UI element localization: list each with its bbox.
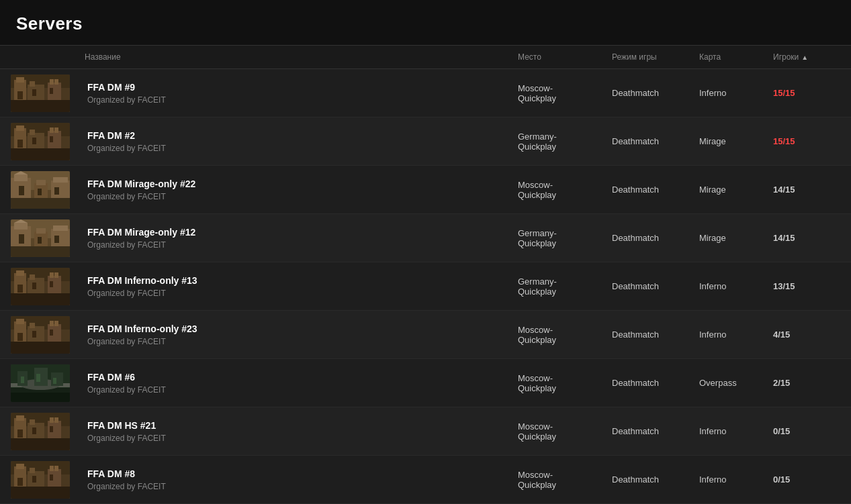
server-organizer: Organized by FACEIT bbox=[87, 337, 518, 346]
server-location: Moscow-Quickplay bbox=[518, 325, 612, 345]
server-organizer: Organized by FACEIT bbox=[87, 482, 518, 491]
svg-rect-10 bbox=[17, 91, 23, 99]
server-organizer: Organized by FACEIT bbox=[87, 240, 518, 250]
svg-rect-12 bbox=[50, 88, 53, 94]
table-row[interactable]: FFA DM Mirage-only #12 Organized by FACE… bbox=[0, 214, 851, 262]
server-name: FFA DM #8 bbox=[87, 468, 518, 479]
server-info: FFA DM #6 Organized by FACEIT bbox=[85, 372, 518, 395]
server-info: FFA DM #9 Organized by FACEIT bbox=[85, 82, 518, 105]
svg-rect-72 bbox=[50, 321, 54, 326]
server-info: FFA DM Mirage-only #22 Organized by FACE… bbox=[85, 179, 518, 201]
server-location: Germany-Quickplay bbox=[518, 132, 612, 152]
table-row[interactable]: FFA DM #9 Organized by FACEIT Moscow-Qui… bbox=[0, 69, 851, 117]
svg-rect-7 bbox=[50, 79, 54, 85]
svg-rect-45 bbox=[36, 228, 46, 234]
svg-rect-115 bbox=[50, 474, 53, 481]
server-map: Overpass bbox=[699, 378, 773, 388]
server-location: Moscow-Quickplay bbox=[518, 83, 612, 103]
svg-rect-97 bbox=[50, 417, 54, 423]
server-location: Moscow-Quickplay bbox=[518, 180, 612, 200]
server-info: FFA DM #8 Organized by FACEIT bbox=[85, 468, 518, 491]
svg-rect-24 bbox=[32, 138, 36, 144]
svg-rect-61 bbox=[11, 293, 70, 305]
server-map: Mirage bbox=[699, 185, 773, 195]
server-name: FFA DM Mirage-only #22 bbox=[87, 179, 518, 189]
svg-rect-100 bbox=[17, 430, 23, 438]
col-name: Название bbox=[85, 52, 518, 62]
col-players-label: Игроки bbox=[773, 52, 799, 62]
server-mode: Deathmatch bbox=[612, 136, 699, 146]
server-players: 14/15 bbox=[773, 185, 840, 195]
page-header: Servers bbox=[0, 0, 851, 46]
table-row[interactable]: FFA DM Inferno-only #23 Organized by FAC… bbox=[0, 311, 851, 359]
server-thumbnail bbox=[11, 316, 70, 354]
table-row[interactable]: FFA DM HS #21 Organized by FACEIT Moscow… bbox=[0, 407, 851, 456]
table-container: Название Место Режим игры Карта Игроки ▲ bbox=[0, 46, 851, 504]
server-info: FFA DM Mirage-only #12 Organized by FACE… bbox=[85, 227, 518, 250]
server-map: Inferno bbox=[699, 281, 773, 291]
svg-rect-93 bbox=[16, 415, 24, 421]
server-players: 0/15 bbox=[773, 474, 840, 485]
svg-rect-111 bbox=[54, 466, 58, 471]
server-location: Moscow-Quickplay bbox=[518, 373, 612, 393]
server-mode: Deathmatch bbox=[612, 233, 699, 243]
svg-rect-64 bbox=[50, 281, 53, 287]
server-players: 15/15 bbox=[773, 136, 840, 146]
svg-rect-60 bbox=[54, 272, 58, 278]
col-location: Место bbox=[518, 52, 612, 62]
svg-rect-68 bbox=[16, 319, 24, 324]
server-organizer: Organized by FACEIT bbox=[87, 289, 518, 298]
server-thumbnail bbox=[11, 74, 70, 112]
svg-rect-62 bbox=[17, 285, 23, 293]
server-players: 15/15 bbox=[773, 88, 840, 98]
svg-rect-77 bbox=[50, 330, 53, 336]
server-name: FFA DM #6 bbox=[87, 372, 518, 383]
server-players: 13/15 bbox=[773, 281, 840, 291]
svg-rect-114 bbox=[32, 476, 36, 483]
server-thumbnail bbox=[11, 268, 70, 305]
svg-rect-36 bbox=[19, 186, 24, 195]
server-info: FFA DM Inferno-only #23 Organized by FAC… bbox=[85, 323, 518, 346]
table-row[interactable]: FFA DM #2 Organized by FACEIT Germany-Qu… bbox=[0, 117, 851, 166]
table-row[interactable]: FFA DM #6 Organized by FACEIT Moscow-Qui… bbox=[0, 359, 851, 407]
server-players: 0/15 bbox=[773, 426, 840, 436]
svg-rect-16 bbox=[16, 125, 24, 131]
server-name: FFA DM #2 bbox=[87, 130, 518, 141]
server-location: Germany-Quickplay bbox=[518, 276, 612, 297]
svg-rect-38 bbox=[54, 187, 59, 195]
server-thumbnail bbox=[11, 171, 70, 209]
svg-rect-85 bbox=[51, 372, 63, 386]
server-map: Inferno bbox=[699, 426, 773, 436]
svg-rect-70 bbox=[30, 323, 35, 328]
server-info: FFA DM Inferno-only #13 Organized by FAC… bbox=[85, 275, 518, 298]
server-name: FFA DM HS #21 bbox=[87, 420, 518, 431]
svg-rect-5 bbox=[30, 81, 35, 87]
svg-rect-55 bbox=[16, 270, 24, 276]
server-thumbnail bbox=[11, 413, 70, 450]
server-location: Germany-Quickplay bbox=[518, 228, 612, 248]
svg-rect-101 bbox=[32, 427, 36, 434]
svg-rect-76 bbox=[32, 331, 36, 338]
table-row[interactable]: FFA DM #8 Organized by FACEIT Moscow-Qui… bbox=[0, 456, 851, 504]
svg-rect-49 bbox=[19, 234, 24, 244]
page-title: Servers bbox=[16, 13, 835, 34]
svg-rect-29 bbox=[14, 174, 28, 181]
svg-rect-112 bbox=[11, 487, 70, 499]
svg-rect-34 bbox=[53, 177, 68, 183]
table-row[interactable]: FFA DM Inferno-only #13 Organized by FAC… bbox=[0, 262, 851, 311]
svg-rect-75 bbox=[17, 333, 23, 341]
server-players: 2/15 bbox=[773, 378, 840, 388]
table-row[interactable]: FFA DM Mirage-only #22 Organized by FACE… bbox=[0, 166, 851, 214]
svg-rect-3 bbox=[16, 77, 24, 83]
server-organizer: Organized by FACEIT bbox=[87, 192, 518, 201]
svg-rect-37 bbox=[38, 189, 42, 195]
svg-rect-73 bbox=[54, 321, 58, 326]
col-players[interactable]: Игроки ▲ bbox=[773, 52, 840, 62]
svg-rect-108 bbox=[30, 468, 35, 473]
svg-rect-11 bbox=[32, 89, 36, 96]
svg-rect-18 bbox=[30, 130, 35, 135]
server-name: FFA DM Inferno-only #23 bbox=[87, 323, 518, 334]
svg-rect-88 bbox=[36, 374, 40, 382]
svg-rect-35 bbox=[11, 198, 70, 209]
server-thumbnail bbox=[11, 461, 70, 499]
